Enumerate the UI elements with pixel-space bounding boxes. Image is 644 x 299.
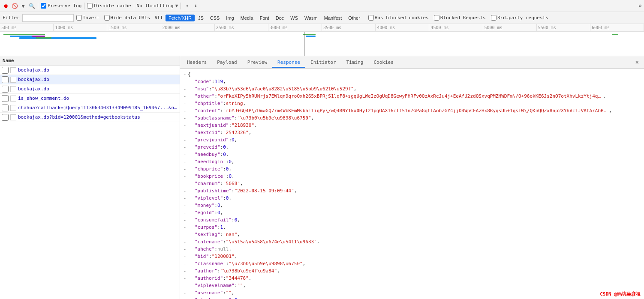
filter-type-btn-wasm[interactable]: Wasm bbox=[301, 15, 321, 21]
network-item-name: is_show_comment.do bbox=[18, 96, 178, 101]
json-toggle-15[interactable]: - bbox=[182, 187, 188, 194]
json-key: "sexflag" bbox=[195, 231, 220, 238]
filter-type-btn-other[interactable]: Other bbox=[345, 15, 363, 21]
hide-data-urls-checkbox[interactable] bbox=[104, 15, 110, 21]
json-toggle-8[interactable]: - bbox=[182, 136, 188, 144]
json-toggle-24[interactable]: - bbox=[182, 253, 188, 260]
details-tab-initiator[interactable]: Initiator bbox=[305, 58, 341, 68]
json-toggle-27[interactable]: - bbox=[182, 275, 188, 282]
disable-cache-label[interactable]: Disable cache bbox=[87, 3, 131, 9]
json-line: -"consumefail": 0, bbox=[180, 216, 644, 224]
json-toggle-11[interactable]: - bbox=[182, 158, 188, 165]
filter-icon[interactable]: ▼ bbox=[20, 3, 27, 9]
json-toggle-22[interactable]: - bbox=[182, 238, 188, 245]
upload-icon[interactable]: ⬆ bbox=[184, 3, 190, 9]
blocked-requests-checkbox[interactable] bbox=[434, 15, 439, 21]
json-toggle-19[interactable]: - bbox=[182, 216, 188, 224]
json-toggle-13[interactable]: - bbox=[182, 173, 188, 180]
network-item-checkbox[interactable] bbox=[2, 76, 9, 83]
record-icon[interactable]: ⏺ bbox=[3, 3, 9, 9]
json-toggle-2[interactable]: - bbox=[182, 93, 188, 100]
filter-type-btn-font[interactable]: Font bbox=[257, 15, 272, 21]
json-value: "\u515a\u5458\u674e\u5411\u9633" bbox=[226, 238, 317, 245]
json-toggle-10[interactable]: - bbox=[182, 151, 188, 158]
json-toggle-18[interactable]: - bbox=[182, 209, 188, 216]
invert-checkbox[interactable] bbox=[76, 15, 82, 21]
json-toggle[interactable]: - bbox=[182, 71, 188, 78]
filter-type-btn-manifest[interactable]: Manifest bbox=[321, 15, 345, 21]
details-tab-response[interactable]: Response bbox=[272, 58, 305, 68]
timeline-tick: 500 ms bbox=[0, 24, 54, 31]
network-item-checkbox[interactable] bbox=[2, 67, 9, 74]
preserve-log-label[interactable]: Preserve log bbox=[41, 3, 81, 9]
has-blocked-cookies-checkbox[interactable] bbox=[368, 15, 374, 21]
json-toggle-30[interactable]: - bbox=[182, 296, 188, 299]
network-item-icon bbox=[10, 105, 16, 111]
json-toggle-21[interactable]: - bbox=[182, 231, 188, 238]
json-value: 0 bbox=[226, 165, 229, 173]
json-toggle-4[interactable]: - bbox=[182, 107, 188, 114]
main-layout: Name bookajax.dobookajax.dobookajax.dois… bbox=[0, 56, 644, 299]
network-item[interactable]: bookajax.do bbox=[0, 66, 180, 75]
details-tab-timing[interactable]: Timing bbox=[341, 58, 369, 68]
filter-type-btn-css[interactable]: CSS bbox=[207, 15, 223, 21]
has-blocked-cookies-label[interactable]: Has blocked cookies bbox=[368, 15, 429, 21]
details-tab-headers[interactable]: Headers bbox=[182, 58, 212, 68]
json-toggle-20[interactable]: - bbox=[182, 224, 188, 231]
filter-type-btn-fetch-xhr[interactable]: Fetch/XHR bbox=[166, 15, 195, 21]
json-value: 0 bbox=[232, 136, 235, 144]
network-item[interactable]: bookajax.do bbox=[0, 84, 180, 94]
throttling-dropdown[interactable]: ▼ bbox=[175, 3, 178, 9]
network-item[interactable]: chahua?callback=jQuery111306340313349099… bbox=[0, 103, 180, 113]
network-item[interactable]: bookajax.do?bid=120001&method=getbooksta… bbox=[0, 113, 180, 122]
third-party-requests-checkbox[interactable] bbox=[491, 15, 497, 21]
details-close-button[interactable]: × bbox=[632, 59, 642, 66]
gear-icon[interactable]: ⚙ bbox=[638, 3, 641, 9]
invert-label[interactable]: Invert bbox=[76, 15, 100, 21]
json-toggle-1[interactable]: - bbox=[182, 85, 188, 93]
json-key: "msg" bbox=[195, 85, 209, 93]
json-line: -"sexflag": "nan", bbox=[180, 231, 644, 238]
json-line: -"other": "orFkeXIPy5hRUNrjs7EWlqn9qroOx… bbox=[180, 93, 644, 100]
json-toggle-12[interactable]: - bbox=[182, 165, 188, 173]
json-toggle-17[interactable]: - bbox=[182, 202, 188, 209]
json-toggle-25[interactable]: - bbox=[182, 260, 188, 267]
json-toggle-5[interactable]: - bbox=[182, 114, 188, 122]
details-tab-preview[interactable]: Preview bbox=[242, 58, 272, 68]
json-toggle-23[interactable]: - bbox=[182, 245, 188, 253]
filter-type-btn-img[interactable]: Img bbox=[223, 15, 237, 21]
json-value: "nan" bbox=[223, 231, 237, 238]
preserve-log-checkbox[interactable] bbox=[41, 3, 46, 9]
network-item[interactable]: bookajax.do bbox=[0, 75, 180, 84]
json-toggle-3[interactable]: - bbox=[182, 100, 188, 107]
network-item-checkbox[interactable] bbox=[2, 105, 9, 111]
third-party-requests-label[interactable]: 3rd-party requests bbox=[491, 15, 548, 21]
json-toggle-14[interactable]: - bbox=[182, 180, 188, 187]
filter-input[interactable] bbox=[22, 14, 74, 22]
network-item-checkbox[interactable] bbox=[2, 95, 9, 102]
filter-type-btn-media[interactable]: Media bbox=[238, 15, 256, 21]
filter-type-btn-doc[interactable]: Doc bbox=[273, 15, 287, 21]
json-toggle-9[interactable]: - bbox=[182, 144, 188, 151]
clear-icon[interactable]: 🚫 bbox=[11, 3, 18, 9]
filter-type-btn-ws[interactable]: WS bbox=[287, 15, 301, 21]
search-icon[interactable]: 🔍 bbox=[28, 3, 35, 9]
json-value: 119 bbox=[214, 78, 223, 85]
json-toggle-29[interactable]: - bbox=[182, 289, 188, 296]
json-toggle-7[interactable]: - bbox=[182, 129, 188, 136]
network-item-checkbox[interactable] bbox=[2, 86, 9, 93]
filter-type-btn-js[interactable]: JS bbox=[195, 15, 207, 21]
disable-cache-checkbox[interactable] bbox=[87, 3, 93, 9]
json-toggle-16[interactable]: - bbox=[182, 194, 188, 202]
network-item[interactable]: is_show_comment.do bbox=[0, 94, 180, 103]
json-toggle-28[interactable]: - bbox=[182, 282, 188, 289]
details-tab-payload[interactable]: Payload bbox=[212, 58, 242, 68]
json-toggle-26[interactable]: - bbox=[182, 267, 188, 275]
network-item-checkbox[interactable] bbox=[2, 114, 9, 121]
download-icon[interactable]: ⬇ bbox=[192, 3, 199, 9]
details-tab-cookies[interactable]: Cookies bbox=[368, 58, 398, 68]
hide-data-urls-label[interactable]: Hide data URLs bbox=[104, 15, 150, 21]
blocked-requests-label[interactable]: Blocked Requests bbox=[434, 15, 486, 21]
json-toggle-6[interactable]: - bbox=[182, 122, 188, 129]
json-toggle-0[interactable]: - bbox=[182, 78, 188, 85]
